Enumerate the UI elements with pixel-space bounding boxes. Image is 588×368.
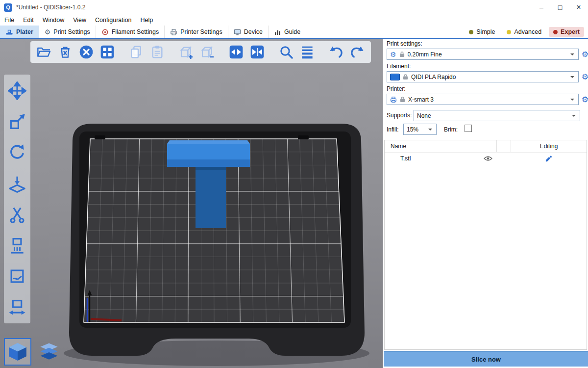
remove-instance-icon (199, 44, 215, 60)
object-list: Name Editing T.stl (384, 140, 587, 350)
lock-icon (403, 74, 408, 80)
print-settings-value: 0.20mm Fine (408, 51, 566, 58)
tab-filament-settings[interactable]: Filament Settings (96, 26, 165, 38)
printer-combo[interactable]: X-smart 3 (387, 94, 579, 105)
tab-guide[interactable]: Guide (269, 26, 306, 38)
gear-icon: ⚙ (390, 51, 396, 58)
infill-combo[interactable]: 15% (403, 124, 437, 135)
menu-bar: File Edit Window View Configuration Help (0, 15, 588, 26)
menu-item-configuration[interactable]: Configuration (91, 17, 136, 24)
maximize-button[interactable]: □ (551, 0, 569, 15)
guide-tab-icon (274, 28, 281, 36)
mode-selector: Simple Advanced Expert (465, 26, 588, 38)
infill-value: 15% (407, 126, 424, 133)
add-instance-button[interactable] (177, 43, 195, 61)
tab-plater[interactable]: Plater (0, 26, 39, 38)
search-icon (278, 44, 294, 60)
support-paint-tool-button[interactable] (7, 235, 27, 256)
table-row[interactable]: T.stl (385, 153, 587, 164)
scissors-icon (8, 205, 26, 224)
advanced-mode-dot (507, 30, 511, 34)
simple-mode-dot (469, 30, 473, 34)
undo-button[interactable] (327, 43, 345, 61)
trash-icon (57, 44, 73, 60)
menu-item-window[interactable]: Window (38, 17, 69, 24)
window-controls: – □ × (532, 0, 588, 15)
copy-button[interactable] (127, 43, 145, 61)
delete-all-button[interactable] (77, 43, 95, 61)
object-list-header: Name Editing (385, 140, 587, 153)
eye-icon[interactable] (484, 156, 492, 161)
delete-button[interactable] (56, 43, 74, 61)
plater-icon (5, 28, 13, 36)
supports-value: None (417, 112, 568, 119)
paste-button[interactable] (148, 43, 166, 61)
measure-tool-button[interactable] (7, 297, 27, 317)
column-divider (496, 140, 511, 152)
open-folder-icon (36, 44, 52, 60)
mode-expert[interactable]: Expert (549, 27, 584, 37)
menu-item-edit[interactable]: Edit (19, 17, 38, 24)
filament-combo[interactable]: QIDI PLA Rapido (387, 71, 579, 82)
top-toolbar (30, 41, 371, 63)
seam-paint-tool-button[interactable] (7, 266, 27, 287)
variable-layer-height-button[interactable] (298, 43, 316, 61)
filament-color-swatch (390, 74, 400, 80)
open-file-button[interactable] (35, 43, 53, 61)
mode-simple[interactable]: Simple (465, 27, 499, 37)
left-toolbar (4, 75, 30, 323)
move-icon (8, 81, 26, 100)
print-settings-label: Print settings: (387, 40, 422, 47)
tab-print-settings[interactable]: ⚙ Print Settings (39, 26, 96, 38)
cut-tool-button[interactable] (7, 204, 27, 225)
minimize-button[interactable]: – (532, 0, 551, 15)
plate-clip-left (95, 135, 105, 139)
search-button[interactable] (277, 43, 295, 61)
preview-view-button[interactable] (35, 338, 63, 366)
app-icon: Q (4, 3, 12, 12)
plate-clip-right (298, 135, 309, 139)
split-parts-button[interactable] (248, 43, 266, 61)
delete-all-icon (78, 44, 94, 60)
supports-combo[interactable]: None (414, 110, 580, 121)
filament-settings-tab-icon (101, 28, 109, 36)
menu-item-file[interactable]: File (0, 17, 19, 24)
rotate-tool-button[interactable] (7, 142, 27, 163)
edit-icon[interactable] (510, 155, 587, 162)
brim-checkbox[interactable] (465, 125, 472, 132)
viewport-3d-scene[interactable] (0, 39, 383, 368)
viewport-3d[interactable] (0, 39, 383, 368)
printer-value: X-smart 3 (408, 96, 566, 103)
rotate-icon (8, 143, 26, 162)
support-paint-icon (8, 236, 26, 255)
layers-icon (299, 44, 315, 60)
copy-icon (128, 44, 144, 60)
title-bar: Q *Untitled - QIDISlicer-1.0.2 – □ × (0, 0, 588, 15)
split-objects-button[interactable] (227, 43, 245, 61)
slice-now-button[interactable]: Slice now (384, 351, 588, 367)
mode-advanced[interactable]: Advanced (502, 27, 546, 37)
menu-item-view[interactable]: View (69, 17, 91, 24)
filament-gear-button[interactable]: ⚙ (580, 72, 588, 82)
arrange-button[interactable] (98, 43, 116, 61)
column-header-editing: Editing (511, 143, 587, 150)
tab-device[interactable]: Device (228, 26, 269, 38)
editor-view-button[interactable] (4, 338, 31, 366)
filament-value: QIDI PLA Rapido (411, 74, 566, 80)
redo-button[interactable] (348, 43, 366, 61)
tab-bar: Plater ⚙ Print Settings Filament Setting… (0, 26, 588, 39)
menu-item-help[interactable]: Help (136, 17, 157, 24)
move-tool-button[interactable] (7, 80, 27, 101)
remove-instance-button[interactable] (198, 43, 216, 61)
print-settings-gear-button[interactable]: ⚙ (580, 50, 588, 59)
printer-icon (390, 96, 397, 103)
place-on-face-tool-button[interactable] (7, 173, 27, 194)
column-header-name: Name (385, 143, 496, 150)
print-settings-combo[interactable]: ⚙ 0.20mm Fine (387, 49, 579, 60)
scale-tool-button[interactable] (7, 111, 27, 132)
printer-label: Printer: (387, 85, 406, 92)
place-on-face-icon (8, 174, 26, 193)
printer-gear-button[interactable]: ⚙ (580, 95, 588, 105)
tab-printer-settings[interactable]: Printer Settings (165, 26, 228, 38)
close-button[interactable]: × (569, 0, 588, 15)
